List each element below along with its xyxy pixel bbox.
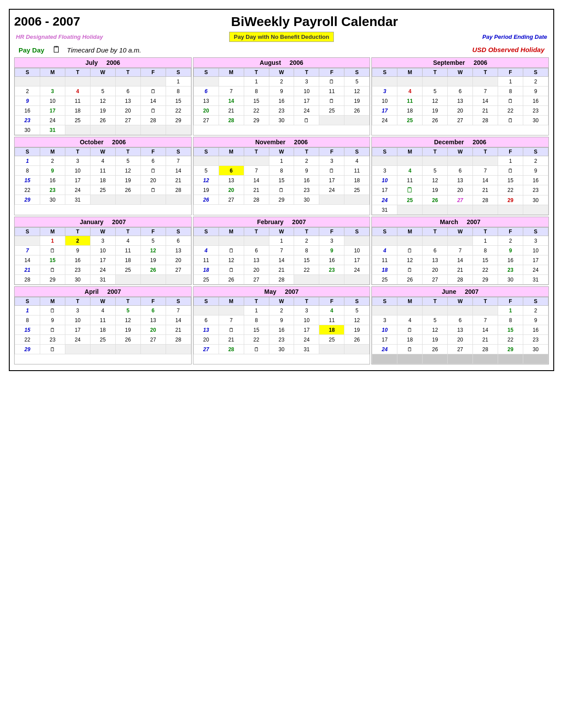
day-cell: 29: [166, 116, 191, 125]
day-cell-icon: 🗒: [140, 86, 166, 96]
day-cell: 22: [166, 106, 191, 116]
table-row: 10 🗒 12 13 14 15 16: [372, 325, 548, 335]
day-cell: [90, 77, 115, 86]
calendar-jun-2007: June 2007 SMTWTFS 1 2 3 4 5: [371, 286, 549, 364]
july-2006-title: July 2006: [15, 58, 191, 68]
table-row: 10 11 12 13 14 🗒 16: [372, 96, 548, 106]
day-cell: 18: [65, 106, 90, 116]
legend-row: HR Designated Floating Holiday Pay Day w…: [14, 32, 549, 42]
day-cell: 11: [65, 96, 90, 106]
table-row: 1 2: [372, 77, 548, 86]
period-ending-legend: Pay Period Ending Date: [450, 34, 547, 40]
table-row: 27 28 29 30 🗒: [193, 116, 370, 125]
day-cell-payday: 3: [40, 86, 65, 96]
sep-2006-table: SMTWTFS 1 2 3 4 5 6 7 8: [372, 68, 548, 125]
table-row: 1 2: [372, 156, 548, 166]
day-cell-icon: 🗒: [40, 265, 65, 275]
day-cell: 30: [15, 125, 40, 135]
day-cell: 28: [140, 116, 166, 125]
col-wed: W: [90, 68, 115, 77]
dec-2006-title: December 2006: [372, 137, 548, 147]
day-cell-icon: 🗒: [397, 325, 423, 335]
may-2007-title: May 2007: [193, 287, 370, 297]
table-row: 1 2 3 4: [193, 156, 370, 166]
day-cell-icon: 🗒: [319, 166, 344, 176]
day-cell-holiday: 4: [65, 86, 90, 96]
table-row: 18 🗒 20 21 22 23 24: [193, 265, 370, 275]
mar-2007-table: SMTWTFS 1 2 3 4 🗒 6 7 8 9: [372, 227, 548, 285]
timecard-icon-legend: 🗒: [52, 45, 61, 54]
day-cell: 19: [90, 106, 115, 116]
table-row: 13 14 15 16 17 🗒 19: [193, 96, 370, 106]
day-cell-period-end: 9: [15, 96, 40, 106]
jun-2007-title: June 2007: [372, 287, 548, 297]
nov-2006-title: November 2006: [193, 137, 370, 147]
day-cell: [115, 77, 140, 86]
year-range: 2006 - 2007: [14, 15, 80, 29]
table-row: 1 2 3 4 5 6: [15, 236, 191, 246]
day-cell-icon: 🗒: [319, 96, 344, 106]
table-row: 1: [15, 77, 191, 86]
day-cell: 1: [166, 77, 191, 86]
table-row: 3 4 5 6 7 8 9: [372, 315, 548, 325]
table-row: 19 20 21 🗒 23 24 25: [193, 185, 370, 195]
table-row: 14 15 16 17 18 19 20: [15, 255, 191, 265]
july-2006-table: S M T W T F S 1 2: [15, 68, 191, 135]
day-cell: [140, 77, 166, 86]
day-cell: 5: [90, 86, 115, 96]
day-cell-payday: 31: [40, 125, 65, 135]
day-cell-icon: 🗒: [140, 185, 166, 195]
day-cell: 15: [166, 96, 191, 106]
table-row: 4 🗒 6 7 8 9 10: [372, 246, 548, 255]
day-cell: 16: [15, 106, 40, 116]
table-row: 24 25 26 27 28 29 30: [372, 195, 548, 205]
col-sun: S: [15, 68, 40, 77]
table-row: 1 2 3 4 5 6 7: [15, 156, 191, 166]
table-row: 20 21 22 23 24 25 26: [193, 106, 370, 116]
apr-2007-title: April 2007: [15, 287, 191, 297]
table-row: 28 29 30 31: [15, 275, 191, 285]
table-row: 15 16 17 18 19 20 21: [15, 176, 191, 185]
day-cell: [65, 125, 90, 135]
second-row-calendars: October 2006 SMTWTFS 1 2 3 4 5 6 7 8 9: [14, 137, 549, 215]
aug-2006-table: SMTWTFS 1 2 3 🗒 5 6 7 8 9 10 11: [193, 68, 370, 125]
day-cell-icon: 🗒: [244, 345, 269, 354]
day-cell: [115, 125, 140, 135]
day-cell-icon: 🗒: [397, 246, 423, 255]
table-row: 1 2 3: [372, 236, 548, 246]
usd-holiday-label: USD Observed Holiday: [472, 46, 544, 53]
table-row: 1 2 3: [193, 236, 370, 246]
day-cell-icon: 🗒: [219, 246, 244, 255]
day-cell: 12: [90, 96, 115, 106]
oct-2006-title: October 2006: [15, 137, 191, 147]
sub-legend-row: Pay Day 🗒 Timecard Due by 10 a.m. USD Ob…: [14, 45, 549, 55]
day-cell-icon: 🗒: [319, 77, 344, 86]
day-cell-icon: 🗒: [40, 325, 65, 335]
table-row: 25 26 27 28 29 30 31: [372, 275, 548, 285]
calendar-nov-2006: November 2006 SMTWTFS 1 2 3 4 5 6: [193, 137, 370, 215]
table-row: 1 2 3 🗒 5: [193, 77, 370, 86]
day-cell: 24: [40, 116, 65, 125]
table-row: 1 2: [372, 306, 548, 315]
aug-2006-title: August 2006: [193, 58, 370, 68]
day-cell-icon: 🗒: [397, 265, 423, 275]
day-cell-period-end: 23: [15, 116, 40, 125]
day-cell: 14: [140, 96, 166, 106]
day-cell-icon: 🗒: [140, 166, 166, 176]
calendar-may-2007: May 2007 SMTWTFS 1 2 3 4 5 6 7 8: [193, 286, 370, 364]
apr-2007-table: SMTWTFS 1 🗒 3 4 5 6 7 8 9 10 11 12: [15, 297, 191, 354]
table-row: 16 17 18 19 20 🗒 22: [15, 106, 191, 116]
calendar-july-2006: July 2006 S M T W T F S: [14, 57, 192, 135]
jan-2007-table: SMTWTFS 1 2 3 4 5 6 7 🗒 9 10 11: [15, 227, 191, 285]
day-cell: [40, 77, 65, 86]
table-row: 29 🗒: [15, 345, 191, 354]
table-row: 27 28 🗒 30 31: [193, 345, 370, 354]
oct-2006-table: SMTWTFS 1 2 3 4 5 6 7 8 9 10 11 12: [15, 147, 191, 205]
day-cell: [140, 125, 166, 135]
table-row: 3 4 5 6 7 8 9: [372, 86, 548, 96]
day-cell: [90, 125, 115, 135]
col-mon: M: [40, 68, 65, 77]
day-cell: 20: [115, 106, 140, 116]
nov-2006-table: SMTWTFS 1 2 3 4 5 6 7 8 9 🗒: [193, 147, 370, 205]
calendar-title: BiWeekly Payroll Calendar: [80, 14, 549, 29]
